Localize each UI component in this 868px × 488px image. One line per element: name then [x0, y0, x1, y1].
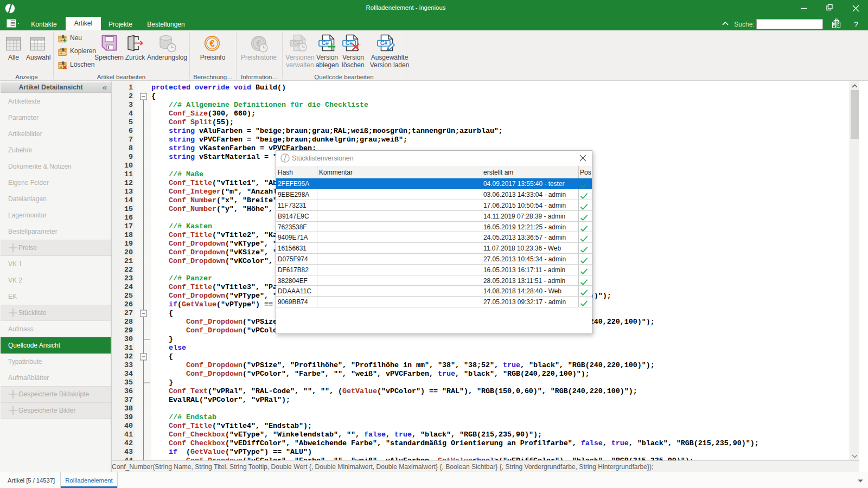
- svg-text:C#: C#: [346, 40, 353, 46]
- svg-text:C#: C#: [380, 40, 388, 46]
- svg-text:C#: C#: [322, 40, 329, 46]
- svg-text:€: €: [209, 38, 215, 49]
